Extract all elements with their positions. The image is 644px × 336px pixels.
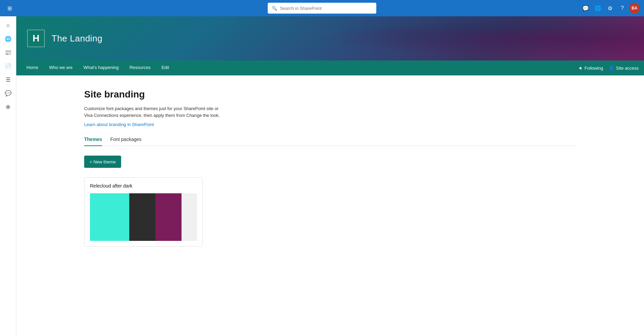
- chat-icon-button[interactable]: 💬: [580, 3, 591, 14]
- nav-following-button[interactable]: ★ Following: [579, 66, 603, 71]
- left-sidebar: ⌂ 🌐 📰 📄 ☰ 💬 ⊕: [0, 16, 16, 336]
- top-bar-left: ⊞: [4, 3, 15, 14]
- nav-item-whats-happening[interactable]: What's happening: [79, 60, 124, 75]
- nav-item-resources[interactable]: Resources: [125, 60, 155, 75]
- site-logo: H: [27, 30, 45, 47]
- search-input[interactable]: [280, 6, 372, 11]
- sidebar-comment-icon[interactable]: 💬: [2, 87, 14, 99]
- waffle-button[interactable]: ⊞: [4, 3, 15, 14]
- theme-card-title: Relecloud after dark: [90, 183, 197, 189]
- sidebar-home-icon[interactable]: ⌂: [2, 19, 14, 31]
- color-swatch-purple: [155, 193, 182, 241]
- tabs: Themes Font packages: [84, 137, 576, 146]
- search-bar: 🔍: [268, 3, 376, 14]
- color-swatch-dark: [129, 193, 155, 241]
- site-header: H The Landing: [16, 16, 644, 60]
- nav-bar: Home Who we are What's happening Resourc…: [16, 60, 644, 75]
- search-icon: 🔍: [272, 6, 277, 11]
- site-title: The Landing: [52, 33, 102, 44]
- sidebar-add-icon[interactable]: ⊕: [2, 101, 14, 113]
- network-icon-button[interactable]: 🌐: [592, 3, 603, 14]
- person-icon: 👤: [609, 66, 614, 71]
- page-description: Customize font packages and themes just …: [84, 105, 227, 119]
- theme-colors: [90, 193, 197, 241]
- nav-site-access-button[interactable]: 👤 Site access: [609, 66, 639, 71]
- learn-link[interactable]: Learn about branding in SharePoint: [84, 122, 154, 127]
- avatar[interactable]: BA: [629, 3, 640, 14]
- tab-themes[interactable]: Themes: [84, 137, 102, 146]
- theme-card: Relecloud after dark: [84, 177, 203, 247]
- nav-right: ★ Following 👤 Site access: [579, 66, 639, 71]
- star-icon: ★: [579, 66, 583, 71]
- header-decoration: [267, 16, 644, 60]
- sidebar-globe-icon[interactable]: 🌐: [2, 33, 14, 45]
- page-title: Site branding: [84, 89, 576, 100]
- nav-item-home[interactable]: Home: [22, 60, 43, 75]
- nav-item-edit[interactable]: Edit: [157, 60, 174, 75]
- settings-icon-button[interactable]: ⚙: [605, 3, 615, 14]
- sidebar-pages-icon[interactable]: 📰: [2, 46, 14, 58]
- color-swatch-light: [182, 193, 197, 241]
- following-label: Following: [585, 66, 603, 71]
- sidebar-document-icon[interactable]: 📄: [2, 60, 14, 72]
- sidebar-list-icon[interactable]: ☰: [2, 73, 14, 86]
- top-bar-right: 💬 🌐 ⚙ ? BA: [580, 3, 640, 14]
- new-theme-button[interactable]: + New theme: [84, 156, 121, 168]
- color-swatch-cyan: [90, 193, 129, 241]
- site-access-label: Site access: [616, 66, 639, 71]
- top-bar: ⊞ 🔍 💬 🌐 ⚙ ? BA: [0, 0, 644, 16]
- tab-font-packages[interactable]: Font packages: [110, 137, 141, 146]
- help-icon-button[interactable]: ?: [617, 3, 628, 14]
- nav-item-who-we-are[interactable]: Who we are: [44, 60, 77, 75]
- main-content: Site branding Customize font packages an…: [16, 75, 644, 336]
